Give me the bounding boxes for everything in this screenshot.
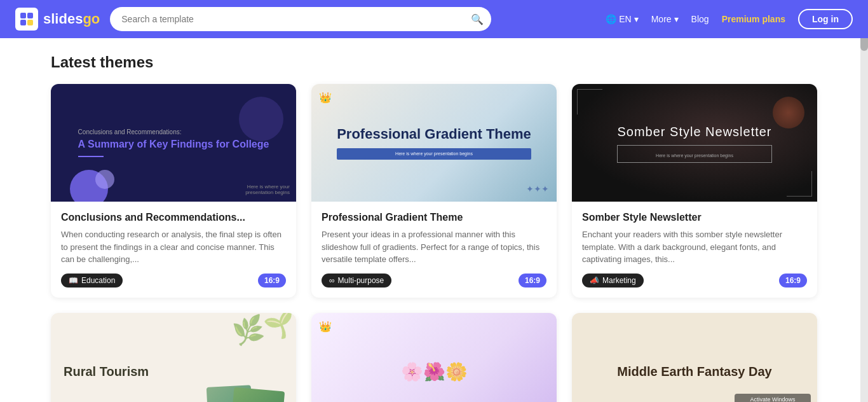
card-1-ratio: 16:9 (258, 274, 286, 288)
card-2-deco-icon: ✦✦✦ (526, 184, 549, 194)
card-1-thumb-subtitle: Conclusions and Recommendations: (78, 128, 269, 135)
card-3-deco-tl (577, 89, 602, 114)
card-3-ratio: 16:9 (779, 274, 807, 288)
svg-rect-0 (20, 13, 26, 18)
card-4-thumb-content: Rural Tourism (51, 350, 161, 392)
card-3-title: Somber Style Newsletter (582, 212, 807, 223)
activate-windows-notice: Activate WindowsGo to Settings to activa… (735, 394, 811, 403)
card-4-thumb-title: Rural Tourism (64, 363, 149, 380)
card-2-description: Present your ideas in a professional man… (322, 228, 546, 266)
logo-text: slidesgo (43, 11, 100, 27)
card-1-body: Conclusions and Recommendations... When … (51, 202, 296, 298)
card-5-flowers: 🌸🌺🌼 (401, 361, 468, 382)
card-3-tag-label: Marketing (602, 276, 636, 285)
card-somber[interactable]: Somber Style Newsletter Here is where yo… (572, 84, 817, 298)
card-1-title: Conclusions and Recommendations... (61, 212, 286, 223)
card-2-tag-label: Multi-purpose (338, 276, 384, 285)
cards-grid-row2: 🌿🌱 Rural Tourism 👑 🌸🌺🌼 Middle Ear (51, 313, 817, 403)
logo-icon (15, 8, 38, 31)
card-3-thumb-bar: Here is where your presentation begins (617, 145, 771, 163)
card-1-description: When conducting research or analysis, th… (61, 228, 286, 266)
card-1-thumb-title: A Summary of Key Findings for College (78, 138, 269, 151)
card-6-thumb-content: Middle Earth Fantasy Day (604, 350, 784, 392)
book-icon: 📖 (69, 276, 78, 285)
card-3-deco-br (787, 171, 812, 197)
card-6-thumbnail: Middle Earth Fantasy Day Activate Window… (572, 313, 817, 403)
crown-icon: 👑 (319, 92, 332, 104)
header-nav: 🌐 EN ▾ More ▾ Blog Premium plans Log in (606, 9, 853, 29)
header: slidesgo 🔍 🌐 EN ▾ More ▾ Blog Premium pl… (0, 0, 868, 38)
card-2-bar-text: Here is where your presentation begins (395, 151, 473, 156)
blog-link[interactable]: Blog (691, 14, 709, 24)
card-rural-tourism[interactable]: 🌿🌱 Rural Tourism (51, 313, 296, 403)
card-1-footer: 📖 Education 16:9 (61, 274, 286, 288)
logo[interactable]: slidesgo (15, 8, 100, 31)
card-2-title: Professional Gradient Theme (322, 212, 546, 223)
main-content: Latest themes Conclusions and Recommenda… (0, 38, 868, 402)
card-3-bar-text: Here is where your presentation begins (656, 153, 733, 158)
card-5-thumbnail: 👑 🌸🌺🌼 (311, 313, 557, 403)
card-middle-earth[interactable]: Middle Earth Fantasy Day Activate Window… (572, 313, 817, 403)
card-2-ratio: 16:9 (519, 274, 546, 288)
card-2-thumb-bar: Here is where your presentation begins (337, 148, 531, 160)
card-3-tag[interactable]: 📣 Marketing (582, 274, 644, 288)
card-floral[interactable]: 👑 🌸🌺🌼 (311, 313, 557, 403)
card-4-photo (231, 387, 285, 402)
search-input[interactable] (110, 7, 491, 31)
more-chevron-icon: ▾ (674, 14, 679, 24)
megaphone-icon: 📣 (590, 276, 599, 285)
search-bar: 🔍 (110, 7, 491, 31)
card-2-body: Professional Gradient Theme Present your… (311, 202, 557, 298)
card-3-footer: 📣 Marketing 16:9 (582, 274, 807, 288)
card-1-thumb-footer: Here is where yourpresentation begins (245, 184, 290, 195)
card-3-thumbnail: Somber Style Newsletter Here is where yo… (572, 84, 817, 202)
login-button[interactable]: Log in (798, 9, 853, 29)
scrollbar[interactable] (860, 0, 868, 402)
card-3-thumb-content: Somber Style Newsletter Here is where yo… (604, 111, 784, 176)
card-4-leaves: 🌿🌱 (231, 313, 296, 348)
card-conclusions[interactable]: Conclusions and Recommendations: A Summa… (51, 84, 296, 298)
lang-chevron-icon: ▾ (634, 14, 639, 24)
lang-button[interactable]: 🌐 EN ▾ (606, 14, 638, 24)
infinity-icon: ∞ (329, 276, 335, 285)
card-gradient[interactable]: 👑 Professional Gradient Theme Here is wh… (311, 84, 557, 298)
more-label: More (651, 14, 672, 24)
card-2-thumbnail: 👑 Professional Gradient Theme Here is wh… (311, 84, 557, 202)
card-3-description: Enchant your readers with this somber st… (582, 228, 807, 266)
card-2-tag[interactable]: ∞ Multi-purpose (322, 274, 391, 288)
search-icon: 🔍 (471, 13, 484, 25)
more-button[interactable]: More ▾ (651, 14, 679, 24)
card-3-body: Somber Style Newsletter Enchant your rea… (572, 202, 817, 298)
card-1-tag-label: Education (81, 276, 115, 285)
globe-icon: 🌐 (606, 14, 616, 24)
card-2-footer: ∞ Multi-purpose 16:9 (322, 274, 546, 288)
card-3-thumb-title: Somber Style Newsletter (617, 123, 771, 140)
card-5-thumb-content: 🌸🌺🌼 (388, 349, 480, 395)
card-2-thumb-title: Professional Gradient Theme (337, 126, 531, 142)
card-5-crown-icon: 👑 (319, 321, 332, 333)
section-title: Latest themes (51, 53, 817, 71)
card-2-thumb-content: Professional Gradient Theme Here is wher… (324, 113, 544, 172)
svg-rect-1 (27, 13, 33, 18)
svg-rect-3 (27, 20, 33, 25)
card-1-thumbnail: Conclusions and Recommendations: A Summa… (51, 84, 296, 202)
cards-grid: Conclusions and Recommendations: A Summa… (51, 84, 817, 298)
svg-rect-2 (20, 20, 26, 25)
card-1-tag[interactable]: 📖 Education (61, 274, 123, 288)
lang-label: EN (619, 14, 631, 24)
card-6-thumb-title: Middle Earth Fantasy Day (617, 363, 771, 380)
card-4-thumbnail: 🌿🌱 Rural Tourism (51, 313, 296, 403)
premium-plans-button[interactable]: Premium plans (722, 14, 785, 24)
